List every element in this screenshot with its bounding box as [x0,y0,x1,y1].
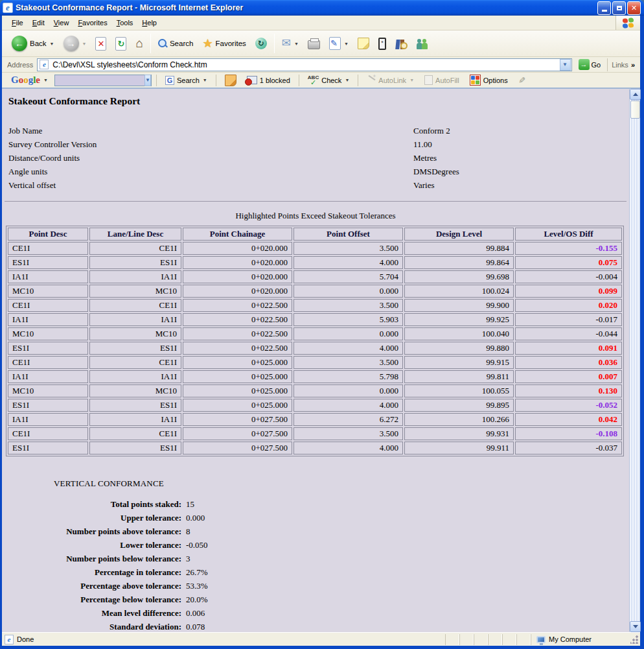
print-button[interactable] [303,34,325,53]
conformance-table-head: Point DescLane/Line DescPoint ChainagePo… [8,228,622,241]
divider-rule [5,201,627,202]
spellcheck-dropdown-icon[interactable]: ▼ [345,78,349,82]
table-cell: 99.925 [404,313,514,326]
table-cell: IA1I [8,270,88,283]
address-input[interactable] [51,60,559,70]
go-button[interactable]: → Go [575,58,605,71]
resize-grip[interactable] [630,635,639,644]
menu-item-help[interactable]: Help [137,17,161,29]
google-search-box[interactable]: ▼ [54,75,152,86]
table-cell: 0.036 [515,356,622,369]
edit-dropdown-icon[interactable]: ▼ [344,41,349,46]
scroll-up-button[interactable] [630,89,641,100]
discuss-button[interactable] [353,34,374,53]
search-label: Search [170,40,193,47]
table-cell: 0+020.000 [183,256,292,269]
table-cell: 0+027.500 [183,413,292,426]
stat-value: 0.006 [185,608,205,619]
autolink-button[interactable]: AutoLink ▼ [363,74,418,87]
scroll-down-button[interactable] [630,621,641,632]
table-cell: CE1I [8,356,88,369]
google-search-dropdown-icon[interactable]: ▼ [144,75,151,86]
scrollbar-thumb[interactable] [630,100,640,119]
refresh-button[interactable]: ↻ [111,34,131,54]
table-cell: MC10 [8,285,88,298]
highlighter-button[interactable]: ✎ [514,73,529,87]
google-search-input[interactable] [41,75,144,86]
edit-icon [329,37,341,50]
table-row: MC10MC100+022.5000.000100.040-0.044 [8,327,622,340]
table-cell: MC10 [89,327,181,340]
mobile-sync-button[interactable]: * [374,34,391,53]
google-search-dropdown2-icon[interactable]: ▼ [203,78,207,82]
vertical-scrollbar[interactable] [629,89,640,632]
my-computer-icon [536,636,546,643]
menu-item-file[interactable]: File [7,17,28,29]
links-button[interactable]: Links » [607,58,639,71]
menu-item-edit[interactable]: Edit [28,17,49,29]
forward-dropdown-icon[interactable]: ▼ [82,41,87,46]
table-row: ES1IES1I0+025.0004.00099.895-0.052 [8,399,622,412]
options-button[interactable]: Options [466,73,512,88]
table-cell: ES1I [89,256,181,269]
close-button[interactable]: ✕ [627,1,641,15]
research-button[interactable] [391,34,411,53]
menu-item-view[interactable]: View [49,17,74,29]
favorites-button[interactable]: ★ Favorites [198,35,250,52]
table-cell: 99.895 [404,399,514,412]
table-cell: ES1I [8,256,88,269]
table-cell: 0.099 [515,285,622,298]
table-cell: 0.000 [293,327,403,340]
history-button[interactable]: ↻ [251,34,271,53]
popup-blocker-button[interactable]: 1 blocked [243,74,294,86]
table-row: IA1IIA1I0+020.0005.70499.698-0.004 [8,270,622,283]
research-books-icon [395,38,407,49]
table-cell: 0.020 [515,299,622,312]
forward-button[interactable]: → ▼ [59,32,91,54]
home-icon: ⌂ [135,38,143,49]
browser-window: e Stakeout Conformance Report - Microsof… [0,0,644,649]
minimize-button[interactable] [597,1,611,15]
status-zone-label: My Computer [549,635,592,643]
table-cell: 3.500 [293,427,403,440]
messenger-button[interactable] [411,34,433,53]
search-button[interactable]: Search [154,36,198,51]
autofill-button[interactable]: AutoFill [420,73,463,87]
mail-dropdown-icon[interactable]: ▼ [294,41,299,46]
pagerank-button[interactable] [221,73,240,88]
spellcheck-button[interactable]: ABC Check ▼ [304,73,353,87]
table-row: CE1ICE1I0+020.0003.50099.884-0.155 [8,242,622,255]
refresh-icon: ↻ [115,37,126,51]
google-search-label: Search [177,77,200,84]
back-button[interactable]: ← Back ▼ [7,32,59,54]
menu-bar: FileEditViewFavoritesToolsHelp [2,16,640,30]
home-button[interactable]: ⌂ [131,34,147,53]
table-cell: ES1I [89,342,181,355]
mobile-device-icon: * [378,38,386,50]
mail-button[interactable]: ✉ ▼ [277,36,303,51]
back-dropdown-icon[interactable]: ▼ [50,41,54,46]
stat-value: 0.000 [185,513,205,523]
table-row: ES1IES1I0+027.5004.00099.911-0.037 [8,442,622,454]
table-cell: 0.007 [515,370,622,383]
menu-item-tools[interactable]: Tools [112,17,138,29]
google-search-button[interactable]: G Search ▼ [161,74,211,87]
table-row: ES1IES1I0+022.5004.00099.8800.091 [8,342,622,355]
address-dropdown-icon[interactable]: ▼ [560,59,571,71]
mail-icon: ✉ [282,39,291,48]
table-cell: -0.155 [515,242,622,255]
stat-value: 8 [185,526,190,537]
pagerank-icon [225,75,236,86]
edit-button[interactable]: ▼ [325,34,353,53]
stop-button[interactable]: ✕ [91,34,111,54]
links-label: Links [612,61,628,69]
menu-item-favorites[interactable]: Favorites [73,17,111,29]
maximize-button[interactable] [612,1,626,15]
report-page: Stakeout Conformance Report Job NameConf… [2,89,629,632]
stat-row: Percentage below tolerance:20.0% [2,593,629,606]
table-cell: 0+027.500 [183,442,292,454]
table-cell: 4.000 [293,256,403,269]
table-cell: 3.500 [293,356,403,369]
stat-value: 53.3% [185,581,208,591]
address-field[interactable]: e ▼ [37,58,571,71]
